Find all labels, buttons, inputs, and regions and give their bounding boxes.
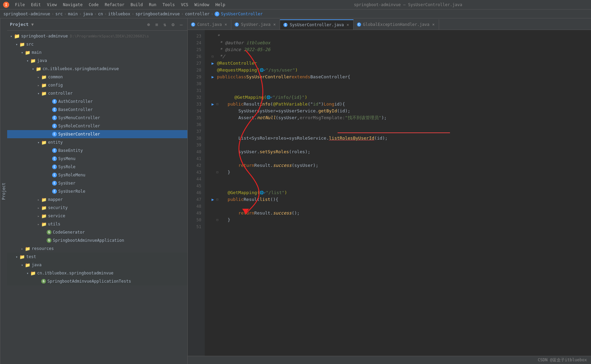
tree-arrow-common: ▸	[36, 75, 41, 79]
tree-label-test-java: java	[32, 263, 42, 267]
tree-item-baseentity[interactable]: ▸ C BaseEntity	[7, 146, 187, 155]
breadcrumb-java[interactable]: java	[83, 12, 93, 16]
entity-folder-icon: 📁	[41, 140, 47, 145]
menu-vcs[interactable]: VCS	[178, 1, 191, 8]
tab-sysuser[interactable]: C SysUser.java ×	[231, 19, 280, 30]
code-annotation-27: @RestController	[217, 60, 257, 67]
code-var-34: sysUser	[257, 108, 276, 114]
tree-item-main[interactable]: ▾ 📁 main	[7, 48, 187, 57]
tree-path-root: D:\ProgramWorkSpace\IDEA\20220602\s	[70, 34, 149, 38]
menu-build[interactable]: Build	[128, 1, 145, 8]
breadcrumb-itbluebox[interactable]: itbluebox	[108, 12, 130, 16]
java-folder-icon: 📁	[30, 58, 36, 63]
code-paren-42: (sysUser);	[292, 162, 318, 169]
tab-sysusercontroller[interactable]: C SysUserController.java ×	[280, 19, 353, 30]
sidebar-locate-btn[interactable]: ⊕	[145, 21, 152, 28]
tab-sysusercontroller-close[interactable]: ×	[346, 22, 349, 27]
tree-item-test[interactable]: ▾ 📁 test	[7, 253, 187, 261]
sysrole-icon: C	[52, 164, 57, 169]
tree-item-sysrole[interactable]: ▸ C SysRole	[7, 163, 187, 171]
tree-item-controller[interactable]: ▾ 📁 controller	[7, 89, 187, 97]
tree-item-service[interactable]: ▸ 📁 service	[7, 212, 187, 220]
tree-item-sysuser[interactable]: ▸ C SysUser	[7, 179, 187, 187]
tree-item-sysmenu[interactable]: ▸ C SysMenu	[7, 155, 187, 163]
tree-item-springbootapp[interactable]: ▸ G SpringbootAdminvueApplication	[7, 236, 187, 244]
breadcrumb-current-file[interactable]: SysUserController	[221, 12, 263, 16]
tree-label-entity: entity	[48, 140, 63, 145]
code-34	[217, 108, 238, 114]
breadcrumb-controller[interactable]: controller	[185, 12, 209, 16]
svg-text:I: I	[5, 3, 7, 7]
menu-run[interactable]: Run	[146, 1, 159, 8]
breadcrumb-cn[interactable]: cn	[98, 12, 103, 16]
tree-item-mapper[interactable]: ▸ 📁 mapper	[7, 195, 187, 204]
tree-item-test-java[interactable]: ▾ 📁 java	[7, 261, 187, 269]
tree-item-codegenerator[interactable]: ▸ G CodeGenerator	[7, 228, 187, 236]
tree-arrow-controller: ▾	[36, 92, 41, 95]
tree-item-config[interactable]: ▸ 📁 config	[7, 81, 187, 89]
breadcrumb-main[interactable]: main	[68, 12, 78, 16]
tree-item-sysmenucontroller[interactable]: ▸ C SysMenuController	[7, 114, 187, 122]
menu-edit[interactable]: Edit	[28, 1, 44, 8]
project-panel-label[interactable]: Project	[0, 18, 7, 364]
tab-const-close[interactable]: ×	[224, 22, 228, 27]
menu-file[interactable]: File	[12, 1, 28, 8]
tree-item-test-package[interactable]: ▾ 📁 cn.itbluebox.springbootadminvue	[7, 269, 187, 277]
code-base-29: BaseController	[310, 74, 348, 80]
tab-globalexception-close[interactable]: ×	[432, 22, 435, 27]
run-icon-29[interactable]: ▶	[212, 74, 214, 80]
tree-item-sysrolemenu[interactable]: ▸ C SysRoleMenu	[7, 171, 187, 179]
code-method-34: getById	[318, 108, 337, 114]
tree-item-root[interactable]: ▾ 📁 springboot-adminvue D:\ProgramWorkSp…	[7, 32, 187, 40]
breadcrumb-project[interactable]: springboot-adminvue	[3, 12, 50, 16]
tree-item-java[interactable]: ▾ 📁 java	[7, 57, 187, 65]
menu-tools[interactable]: Tools	[160, 1, 177, 8]
sidebar-close-btn[interactable]: —	[178, 21, 185, 28]
sidebar-expand-btn[interactable]: ≡	[153, 21, 160, 28]
tree-item-sysusercontroller[interactable]: ▸ C SysUserController	[7, 130, 187, 138]
breadcrumb-springbootadminvue[interactable]: springbootadminvue	[136, 12, 180, 16]
sidebar-collapse-btn[interactable]: ⇅	[161, 21, 168, 28]
run-icon-33[interactable]: ▶	[212, 101, 214, 108]
tree-item-common[interactable]: ▸ 📁 common	[7, 73, 187, 81]
tree-item-sysuserrole[interactable]: ▸ C SysUserRole	[7, 187, 187, 195]
editor-content[interactable]: 23 24 25 26 27 28 29 30 31 32 33 34 35 3…	[188, 30, 591, 356]
run-icon-47[interactable]: ▶	[212, 196, 214, 203]
sidebar-settings-btn[interactable]: ⚙	[170, 21, 176, 28]
tree-item-src[interactable]: ▾ 📁 src	[7, 40, 187, 48]
tree-item-package[interactable]: ▾ 📁 cn.itbluebox.springbootadminvue	[7, 65, 187, 73]
tree-item-security[interactable]: ▸ 📁 security	[7, 204, 187, 212]
menu-window[interactable]: Window	[192, 1, 212, 8]
tree-item-entity[interactable]: ▾ 📁 entity	[7, 138, 187, 146]
app-logo: I	[3, 1, 10, 8]
code-editor[interactable]: * * @author itbluebox * @since 2022-05-2…	[205, 30, 591, 356]
main-layout: Project Project ▼ ⊕ ≡ ⇅ ⚙ — ▾ 📁 springbo…	[0, 18, 591, 364]
breadcrumb-sep-3: ›	[79, 12, 81, 16]
menu-refactor[interactable]: Refactor	[102, 1, 127, 8]
menu-view[interactable]: View	[44, 1, 60, 8]
test-package-icon: 📁	[30, 271, 36, 276]
menu-help[interactable]: Help	[213, 1, 228, 8]
tab-globalexception[interactable]: C GlobalExceptionHandler.java ×	[354, 19, 439, 30]
tree-item-basecontroller[interactable]: ▸ C BaseController	[7, 106, 187, 114]
tree-item-utils[interactable]: ▸ 📁 utils	[7, 220, 187, 228]
tab-sysuser-close[interactable]: ×	[273, 22, 276, 27]
tree-item-resources[interactable]: ▸ 📁 resources	[7, 244, 187, 253]
breadcrumb-src[interactable]: src	[56, 12, 63, 16]
sidebar-header: Project ▼ ⊕ ≡ ⇅ ⚙ —	[7, 18, 187, 31]
tree-item-authcontroller[interactable]: ▸ C AuthController	[7, 97, 187, 106]
run-icon-27[interactable]: ▶	[212, 60, 214, 67]
tree-item-sysrolecontroller[interactable]: ▸ C SysRoleController	[7, 122, 187, 130]
tree-item-test-class[interactable]: ▸ G SpringbootAdminvueApplicationTests	[7, 277, 187, 285]
code-string-32: "/info/{id}"	[273, 94, 305, 101]
code-comment-26: */	[217, 53, 225, 60]
tab-const[interactable]: C Const.java ×	[188, 19, 231, 30]
menu-navigate[interactable]: Navigate	[60, 1, 85, 8]
fold-33: ⊟	[216, 101, 218, 108]
breadcrumb: springboot-adminvue › src › main › java …	[0, 10, 591, 18]
tree-arrow-src: ▾	[14, 43, 19, 46]
sysmenu-icon: C	[52, 156, 57, 161]
code-paren-33b: ("	[308, 101, 313, 108]
sidebar-dropdown-arrow[interactable]: ▼	[31, 22, 34, 27]
menu-code[interactable]: Code	[86, 1, 102, 8]
